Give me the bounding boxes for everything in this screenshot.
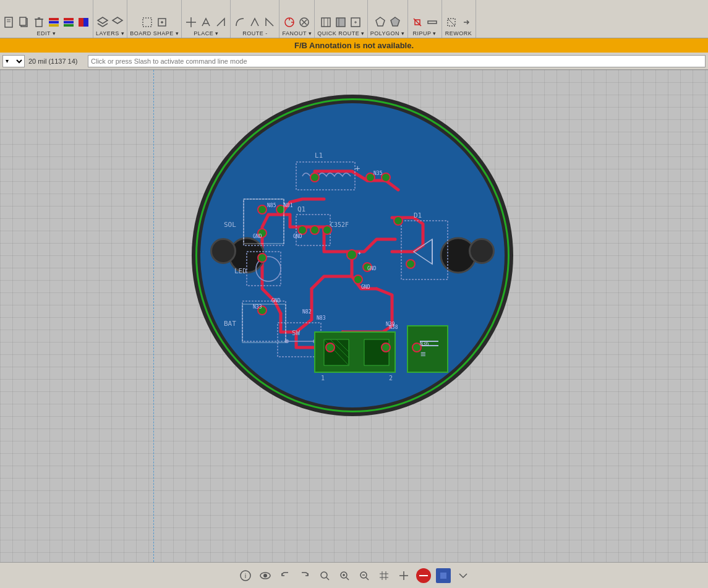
info-icon[interactable]: i bbox=[238, 568, 253, 583]
route-icon-1[interactable] bbox=[233, 15, 247, 29]
toolbar-group-board-shape: BOARD SHAPE ▾ bbox=[127, 0, 182, 38]
svg-marker-37 bbox=[391, 17, 399, 26]
board-shape-label[interactable]: BOARD SHAPE ▾ bbox=[130, 30, 179, 36]
svg-rect-137 bbox=[440, 573, 446, 579]
board-shape-icon-1[interactable] bbox=[140, 15, 154, 29]
redo-icon[interactable] bbox=[297, 568, 312, 583]
edit-label[interactable]: EDIT ▾ bbox=[37, 30, 56, 36]
svg-rect-14 bbox=[79, 18, 83, 27]
rework-icon-1[interactable] bbox=[445, 15, 458, 29]
svg-text:D1: D1 bbox=[414, 211, 422, 219]
svg-text:N35: N35 bbox=[373, 171, 383, 176]
svg-text:GND: GND bbox=[253, 234, 262, 239]
toolbar-group-ripup: RIPUP ▾ bbox=[408, 0, 442, 38]
unit-dropdown[interactable]: ▾ bbox=[2, 55, 25, 67]
svg-text:GND: GND bbox=[293, 234, 302, 239]
svg-text:N83: N83 bbox=[317, 315, 326, 321]
polygon-icon-1[interactable] bbox=[373, 15, 387, 29]
route-label[interactable]: ROUTE - bbox=[242, 30, 268, 36]
svg-point-119 bbox=[263, 574, 267, 577]
copy-icon[interactable] bbox=[17, 15, 31, 29]
guide-line-vertical bbox=[153, 70, 154, 565]
canvas-area[interactable]: SOL LED BAT L1 + bbox=[0, 70, 708, 565]
route-icon-2[interactable] bbox=[248, 15, 262, 29]
ripup-icon-1[interactable] bbox=[411, 15, 424, 29]
svg-text:N33: N33 bbox=[253, 304, 262, 310]
svg-text:N85: N85 bbox=[267, 203, 276, 208]
mounting-hole-left bbox=[210, 238, 236, 264]
fanout-icon-1[interactable] bbox=[283, 15, 296, 29]
svg-text:1: 1 bbox=[321, 375, 325, 381]
undo-icon[interactable] bbox=[278, 568, 292, 583]
svg-text:+: + bbox=[358, 250, 361, 256]
svg-text:GND: GND bbox=[367, 266, 377, 271]
quick-route-label[interactable]: QUICK ROUTE ▾ bbox=[317, 30, 365, 36]
visibility-icon[interactable] bbox=[258, 568, 273, 583]
pcb-board: SOL LED BAT L1 + bbox=[192, 95, 513, 416]
svg-text:N36: N36 bbox=[420, 341, 429, 347]
layers-mixed-icon[interactable] bbox=[77, 15, 90, 29]
svg-text:L1: L1 bbox=[315, 151, 323, 160]
svg-text:≡: ≡ bbox=[420, 349, 425, 359]
svg-rect-8 bbox=[49, 18, 59, 20]
svg-point-93 bbox=[354, 275, 362, 284]
grid-icon[interactable] bbox=[377, 568, 391, 583]
svg-marker-36 bbox=[376, 17, 385, 26]
layers-icon-1[interactable] bbox=[96, 15, 109, 29]
toolbar-group-route: ROUTE - bbox=[231, 0, 279, 38]
svg-text:Q1: Q1 bbox=[297, 205, 305, 213]
zoom-fit-icon[interactable] bbox=[317, 568, 332, 583]
layers-label[interactable]: LAYERS ▾ bbox=[96, 30, 124, 36]
quick-route-icon-2[interactable] bbox=[334, 15, 348, 29]
svg-rect-10 bbox=[49, 24, 59, 27]
place-icon-2[interactable] bbox=[199, 15, 213, 29]
svg-text:2: 2 bbox=[389, 375, 393, 381]
remove-layer-icon[interactable] bbox=[416, 568, 431, 583]
pcb-svg: SOL LED BAT L1 + bbox=[200, 103, 505, 407]
delete-icon[interactable] bbox=[32, 15, 46, 29]
place-icon-1[interactable] bbox=[184, 15, 198, 29]
svg-rect-13 bbox=[64, 24, 74, 27]
polygon-icon-2[interactable] bbox=[388, 15, 402, 29]
add-layer-icon[interactable] bbox=[396, 568, 411, 583]
svg-text:C352F: C352F bbox=[330, 221, 349, 228]
rework-label[interactable]: REWORK bbox=[445, 30, 472, 36]
zoom-in-icon[interactable] bbox=[337, 568, 352, 583]
quick-route-icon-3[interactable] bbox=[349, 15, 362, 29]
ripup-icon-2[interactable] bbox=[425, 15, 439, 29]
svg-rect-15 bbox=[83, 18, 88, 27]
quick-route-icon-1[interactable] bbox=[319, 15, 333, 29]
svg-point-90 bbox=[323, 226, 331, 234]
svg-point-97 bbox=[382, 343, 390, 352]
toolbar-group-edit: EDIT ▾ bbox=[0, 0, 93, 38]
new-icon[interactable] bbox=[2, 15, 16, 29]
active-layer-icon[interactable] bbox=[436, 568, 451, 583]
toolbar-group-polygon: POLYGON ▾ bbox=[368, 0, 408, 38]
svg-text:N82: N82 bbox=[302, 309, 312, 315]
svg-rect-53 bbox=[296, 162, 355, 190]
fanout-icon-2[interactable] bbox=[297, 15, 311, 29]
place-label[interactable]: PLACE ▾ bbox=[194, 30, 219, 36]
svg-marker-16 bbox=[98, 17, 108, 23]
svg-point-80 bbox=[258, 205, 267, 214]
route-icon-3[interactable] bbox=[263, 15, 276, 29]
zoom-out-icon[interactable] bbox=[357, 568, 372, 583]
svg-line-127 bbox=[366, 577, 369, 580]
ripup-label[interactable]: RIPUP ▾ bbox=[412, 30, 436, 36]
svg-rect-4 bbox=[20, 17, 26, 25]
svg-line-121 bbox=[326, 577, 329, 580]
fanout-label[interactable]: FANOUT ▾ bbox=[282, 30, 312, 36]
polygon-label[interactable]: POLYGON ▾ bbox=[370, 30, 405, 36]
svg-point-89 bbox=[310, 226, 319, 234]
layers-stack-icon[interactable] bbox=[47, 15, 61, 29]
rework-icon-2[interactable] bbox=[459, 15, 473, 29]
main-toolbar: EDIT ▾ LAYERS ▾ BOARD SHAPE ▾ bbox=[0, 0, 708, 38]
svg-line-18 bbox=[103, 23, 108, 27]
toolbar-group-quick-route: QUICK ROUTE ▾ bbox=[315, 0, 368, 38]
board-shape-icon-2[interactable] bbox=[155, 15, 169, 29]
layers-icon-2[interactable] bbox=[111, 15, 124, 29]
command-line-input[interactable] bbox=[88, 55, 706, 67]
place-icon-3[interactable] bbox=[214, 15, 228, 29]
more-options-icon[interactable] bbox=[456, 568, 471, 583]
layers-alt-icon[interactable] bbox=[62, 15, 75, 29]
